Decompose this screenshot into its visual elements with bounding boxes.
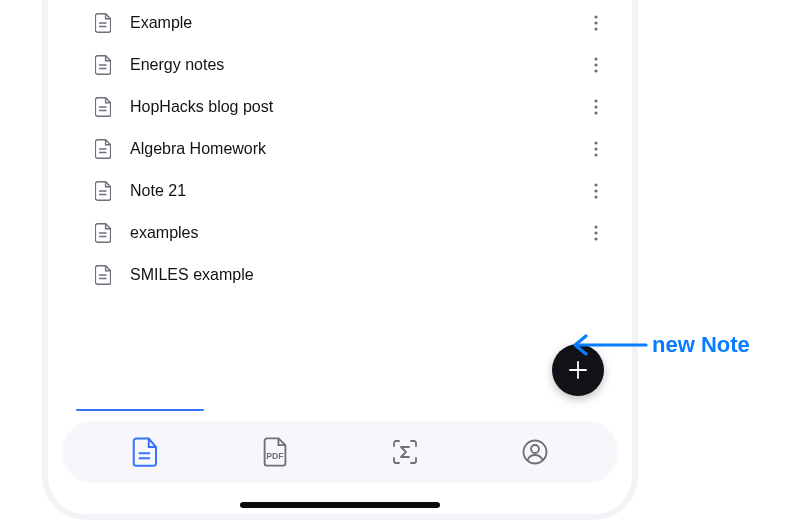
list-item-title: HopHacks blog post [130, 98, 584, 116]
svg-point-3 [594, 21, 597, 24]
svg-point-13 [594, 105, 597, 108]
list-item-title: SMILES example [130, 266, 608, 284]
svg-point-37 [524, 441, 547, 464]
svg-point-29 [594, 237, 597, 240]
tabbar-area: PDF [48, 409, 632, 514]
phone-frame: Example Energy notes HopHacks blog pos [42, 0, 638, 520]
sigma-scan-icon [391, 438, 419, 466]
svg-point-8 [594, 63, 597, 66]
file-icon [94, 13, 112, 33]
list-item-title: Note 21 [130, 182, 584, 200]
list-item[interactable]: Algebra Homework [48, 128, 632, 170]
svg-point-22 [594, 183, 597, 186]
svg-point-27 [594, 225, 597, 228]
file-icon [94, 223, 112, 243]
list-item[interactable]: SMILES example [48, 254, 632, 296]
more-icon[interactable] [584, 53, 608, 77]
pdf-icon: PDF [261, 437, 289, 467]
svg-point-17 [594, 141, 597, 144]
list-item[interactable]: HopHacks blog post [48, 86, 632, 128]
plus-icon [566, 358, 590, 382]
callout: new Note [570, 332, 750, 358]
file-icon [94, 181, 112, 201]
stage: Example Energy notes HopHacks blog pos [0, 0, 800, 522]
home-indicator[interactable] [240, 502, 440, 508]
profile-icon [521, 438, 549, 466]
tab-pdf[interactable]: PDF [257, 434, 293, 470]
svg-point-18 [594, 147, 597, 150]
more-icon[interactable] [584, 221, 608, 245]
more-icon[interactable] [584, 137, 608, 161]
file-icon [94, 139, 112, 159]
list-item[interactable]: Note 21 [48, 170, 632, 212]
svg-point-19 [594, 153, 597, 156]
svg-point-4 [594, 27, 597, 30]
tab-notes[interactable] [127, 434, 163, 470]
svg-point-28 [594, 231, 597, 234]
svg-point-38 [531, 445, 539, 453]
svg-point-23 [594, 189, 597, 192]
note-list[interactable]: Example Energy notes HopHacks blog pos [48, 0, 632, 409]
tab-scan[interactable] [387, 434, 423, 470]
svg-point-7 [594, 57, 597, 60]
svg-point-9 [594, 69, 597, 72]
tabbar: PDF [62, 421, 618, 483]
list-item[interactable]: Example [48, 2, 632, 44]
svg-point-24 [594, 195, 597, 198]
more-icon[interactable] [584, 179, 608, 203]
more-icon[interactable] [584, 95, 608, 119]
list-item-title: Example [130, 14, 584, 32]
list-item[interactable]: examples [48, 212, 632, 254]
file-icon [94, 97, 112, 117]
list-item[interactable]: Energy notes [48, 44, 632, 86]
svg-point-12 [594, 99, 597, 102]
file-icon [132, 437, 158, 467]
file-icon [94, 265, 112, 285]
svg-text:PDF: PDF [266, 451, 283, 461]
callout-label: new Note [652, 332, 750, 358]
tab-indicator [76, 409, 204, 411]
more-icon[interactable] [584, 11, 608, 35]
tab-profile[interactable] [517, 434, 553, 470]
list-item-title: Energy notes [130, 56, 584, 74]
file-icon [94, 55, 112, 75]
arrow-left-icon [570, 333, 648, 357]
svg-point-2 [594, 15, 597, 18]
list-item-title: examples [130, 224, 584, 242]
list-item-title: Algebra Homework [130, 140, 584, 158]
svg-point-14 [594, 111, 597, 114]
